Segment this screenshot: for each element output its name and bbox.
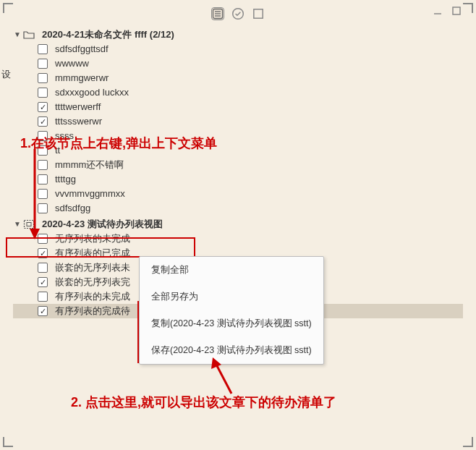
menu-copy-all[interactable]: 复制全部 <box>140 257 323 284</box>
checkbox[interactable] <box>38 292 48 302</box>
list-item[interactable]: tt <box>13 143 463 158</box>
list-item[interactable]: mmmm还不错啊 <box>13 158 463 172</box>
toolbar <box>0 4 476 23</box>
box-icon[interactable] <box>252 7 265 20</box>
item-label: 嵌套的无序列表未 <box>55 260 130 275</box>
item-label: 有序列表的完成待 <box>55 304 130 318</box>
menu-save-all-as[interactable]: 全部另存为 <box>140 284 323 310</box>
svg-rect-5 <box>254 9 263 18</box>
list-item[interactable]: ttttgg <box>13 172 463 187</box>
checkbox[interactable] <box>38 203 48 213</box>
checkbox[interactable] <box>38 174 48 184</box>
checkbox[interactable] <box>38 145 48 156</box>
list-item[interactable]: tttssswerwr <box>13 114 463 129</box>
svg-rect-9 <box>27 223 31 226</box>
svg-line-12 <box>216 363 231 394</box>
settings-side-label: 设 <box>1 68 11 81</box>
menu-copy-item[interactable]: 复制(2020-4-23 测试待办列表视图 sstt) <box>140 310 323 337</box>
item-label: wwwww <box>55 56 89 71</box>
folder-label: 2020-4-21未命名文件 ffff (2/12) <box>42 27 174 42</box>
annotation-step2: 2. 点击这里,就可以导出该文章下的待办清单了 <box>71 394 336 411</box>
svg-rect-8 <box>25 221 34 229</box>
checkbox[interactable] <box>38 116 48 127</box>
list-item[interactable]: vvvmmvggmmxx <box>13 187 463 201</box>
item-label: tt <box>55 143 60 158</box>
list-item[interactable]: 无序列表的未完成 <box>13 232 463 246</box>
folder-icon <box>23 29 35 41</box>
expand-icon[interactable]: ▼ <box>13 217 22 232</box>
list-item[interactable]: sdfsdfggttsdf <box>13 42 463 56</box>
item-label: ssss <box>55 129 74 143</box>
checkbox[interactable] <box>38 248 48 258</box>
context-menu: 复制全部 全部另存为 复制(2020-4-23 测试待办列表视图 sstt) 保… <box>139 256 324 365</box>
list-item[interactable]: mmmgwerwr <box>13 71 463 85</box>
checkbox[interactable] <box>38 44 48 54</box>
minimize-icon[interactable] <box>433 6 443 16</box>
item-label: mmmgwerwr <box>55 71 109 85</box>
list-item[interactable]: ssss <box>13 129 463 143</box>
window-controls <box>433 6 462 16</box>
list-item[interactable]: ttttwerwerff <box>13 100 463 114</box>
item-label: mmmm还不错啊 <box>55 158 124 172</box>
menu-save-item[interactable]: 保存(2020-4-23 测试待办列表视图 sstt) <box>140 337 323 364</box>
svg-rect-7 <box>453 7 460 14</box>
checkbox[interactable] <box>38 88 48 98</box>
dashed-box-icon <box>23 218 35 230</box>
checkbox[interactable] <box>38 189 48 199</box>
item-label: sdfsdfgg <box>55 201 90 216</box>
checkbox[interactable] <box>38 59 48 69</box>
checkbox[interactable] <box>38 277 48 287</box>
checkbox[interactable] <box>38 131 48 141</box>
item-label: 有序列表的已完成 <box>55 246 130 260</box>
item-label: sdxxxgood luckxx <box>55 85 129 100</box>
expand-icon[interactable]: ▼ <box>13 27 22 42</box>
maximize-icon[interactable] <box>451 6 462 16</box>
item-label: 无序列表的未完成 <box>55 232 130 246</box>
item-label: tttssswerwr <box>55 114 102 129</box>
check-circle-icon[interactable] <box>231 7 245 20</box>
folder-row-1[interactable]: ▼ 2020-4-21未命名文件 ffff (2/12) <box>13 27 463 42</box>
corner-br <box>463 437 473 447</box>
item-label: 嵌套的无序列表完 <box>55 275 130 289</box>
corner-bl <box>3 437 13 447</box>
svg-point-4 <box>233 9 244 20</box>
list-item[interactable]: sdfsdfgg <box>13 201 463 216</box>
list-view-icon[interactable] <box>211 7 224 20</box>
list-item[interactable]: sdxxxgood luckxx <box>13 85 463 100</box>
item-label: ttttgg <box>55 172 76 187</box>
checkbox[interactable] <box>38 263 48 273</box>
list-item[interactable]: wwwww <box>13 56 463 71</box>
item-label: ttttwerwerff <box>55 100 101 114</box>
item-label: vvvmmvggmmxx <box>55 187 125 201</box>
checkbox[interactable] <box>38 102 48 112</box>
checkbox[interactable] <box>38 160 48 170</box>
checkbox[interactable] <box>38 234 48 244</box>
item-label: sdfsdfggttsdf <box>55 42 109 56</box>
folder-label: 2020-4-23 测试待办列表视图 <box>42 217 163 232</box>
item-label: 有序列表的未完成 <box>55 289 130 304</box>
checkbox[interactable] <box>38 73 48 83</box>
checkbox[interactable] <box>38 306 48 316</box>
folder-row-2[interactable]: ▼ 2020-4-23 测试待办列表视图 <box>13 217 463 232</box>
